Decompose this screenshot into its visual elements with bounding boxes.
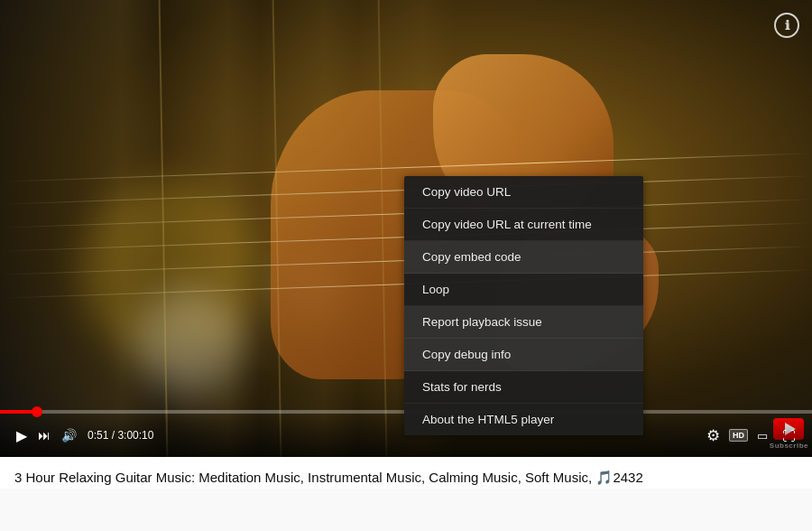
current-time: 0:51: [88, 429, 108, 442]
volume-button[interactable]: 🔊: [56, 424, 82, 446]
menu-item-copy-video-url[interactable]: Copy video URL: [404, 176, 643, 209]
settings-button[interactable]: ⚙: [701, 423, 725, 449]
video-player: ℹ Copy video URL Copy video URL at curre…: [0, 0, 812, 457]
fullscreen-icon: ⛶: [782, 428, 796, 443]
bokeh-2: [135, 289, 244, 397]
total-time: 3:00:10: [117, 429, 153, 442]
play-icon: [16, 427, 27, 444]
menu-item-report-playback[interactable]: Report playback issue: [404, 306, 643, 339]
time-display: 0:51 / 3:00:10: [88, 429, 153, 442]
video-info: 3 Hour Relaxing Guitar Music: Meditation…: [0, 457, 812, 489]
menu-item-copy-debug[interactable]: Copy debug info: [404, 339, 643, 371]
miniplayer-icon: ▭: [757, 429, 768, 442]
menu-item-about-html5[interactable]: About the HTML5 player: [404, 404, 643, 435]
context-menu: Copy video URL Copy video URL at current…: [404, 176, 643, 435]
video-title: 3 Hour Relaxing Guitar Music: Meditation…: [14, 468, 798, 489]
play-button[interactable]: [11, 424, 32, 448]
miniplayer-button[interactable]: ▭: [752, 425, 773, 446]
menu-item-copy-video-url-time[interactable]: Copy video URL at current time: [404, 209, 643, 241]
next-button[interactable]: ⏭: [32, 424, 56, 446]
menu-item-copy-embed-code[interactable]: Copy embed code: [404, 241, 643, 274]
menu-item-loop[interactable]: Loop: [404, 274, 643, 306]
hd-badge: HD: [729, 429, 748, 442]
fullscreen-button[interactable]: ⛶: [777, 424, 801, 447]
next-icon: ⏭: [38, 428, 51, 442]
info-button[interactable]: ℹ: [774, 13, 799, 38]
volume-icon: 🔊: [61, 428, 77, 442]
controls-right: ⚙ HD ▭ ⛶: [701, 423, 801, 449]
settings-icon: ⚙: [706, 426, 720, 445]
menu-item-stats-nerds[interactable]: Stats for nerds: [404, 371, 643, 404]
